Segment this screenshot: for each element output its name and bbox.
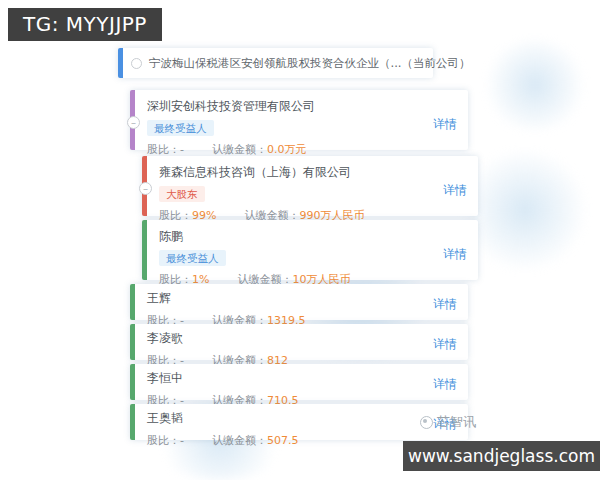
amount-value: 认缴金额：0.0万元 xyxy=(212,143,307,156)
shareholder-name: 雍森信息科技咨询（上海）有限公司 xyxy=(159,164,466,181)
badge-row: 最终受益人 xyxy=(147,115,456,136)
detail-link[interactable]: 详情 xyxy=(443,182,467,199)
ratio-value: 股比：- xyxy=(147,434,184,447)
amount-value: 认缴金额：507.5 xyxy=(212,434,299,447)
site-url-bar: www.sandjeglass.com xyxy=(403,441,600,471)
beneficial-owner-badge: 最终受益人 xyxy=(147,120,214,136)
shareholder-name: 王辉 xyxy=(147,290,456,307)
node-circle-icon xyxy=(131,58,142,69)
shareholder-name: 深圳安创科技投资管理有限公司 xyxy=(147,98,456,115)
shareholder-node: 雍森信息科技咨询（上海）有限公司大股东股比：99%认缴金额：990万人民币详情– xyxy=(142,156,478,216)
current-company-name: 宁波梅山保税港区安创领航股权投资合伙企业（...（当前公司） xyxy=(149,56,470,71)
shareholder-list: 深圳安创科技投资管理有限公司最终受益人股比：-认缴金额：0.0万元详情–雍森信息… xyxy=(118,90,483,440)
detail-link[interactable]: 详情 xyxy=(433,336,457,353)
tg-watermark: TG: MYYJJPP xyxy=(8,8,162,41)
brand-watermark: 芯智讯 xyxy=(420,413,476,431)
equity-tree: 宁波梅山保税港区安创领航股权投资合伙企业（...（当前公司） 深圳安创科技投资管… xyxy=(118,48,483,444)
xinzhixun-logo-icon xyxy=(420,416,433,429)
shareholder-node: 王奥韬股比：-认缴金额：507.5详情 xyxy=(130,404,468,440)
shareholder-name: 陈鹏 xyxy=(159,228,466,245)
detail-link[interactable]: 详情 xyxy=(443,246,467,263)
badge-row: 大股东 xyxy=(159,181,466,202)
shareholder-name: 王奥韬 xyxy=(147,410,456,427)
detail-link[interactable]: 详情 xyxy=(433,376,457,393)
shareholder-node: 李凌歌股比：-认缴金额：812详情 xyxy=(130,324,468,360)
brand-name: 芯智讯 xyxy=(437,413,476,431)
shareholder-node: 深圳安创科技投资管理有限公司最终受益人股比：-认缴金额：0.0万元详情– xyxy=(130,90,468,150)
collapse-icon[interactable]: – xyxy=(127,116,140,129)
shareholder-node: 王辉股比：-认缴金额：1319.5详情 xyxy=(130,284,468,320)
major-shareholder-badge: 大股东 xyxy=(159,186,205,202)
shareholder-node: 李恒中股比：-认缴金额：710.5详情 xyxy=(130,364,468,400)
background-blob xyxy=(480,40,590,130)
collapse-icon[interactable]: – xyxy=(139,182,152,195)
shareholder-name: 李恒中 xyxy=(147,370,456,387)
current-company-node: 宁波梅山保税港区安创领航股权投资合伙企业（...（当前公司） xyxy=(118,48,433,78)
shareholding-meta: 股比：-认缴金额：0.0万元 xyxy=(147,142,456,157)
beneficial-owner-badge: 最终受益人 xyxy=(159,250,226,266)
detail-link[interactable]: 详情 xyxy=(433,296,457,313)
detail-link[interactable]: 详情 xyxy=(433,116,457,133)
shareholder-node: 陈鹏最终受益人股比：1%认缴金额：10万人民币详情 xyxy=(142,220,478,280)
shareholder-name: 李凌歌 xyxy=(147,330,456,347)
ratio-value: 股比：- xyxy=(147,143,184,156)
badge-row: 最终受益人 xyxy=(159,245,466,266)
